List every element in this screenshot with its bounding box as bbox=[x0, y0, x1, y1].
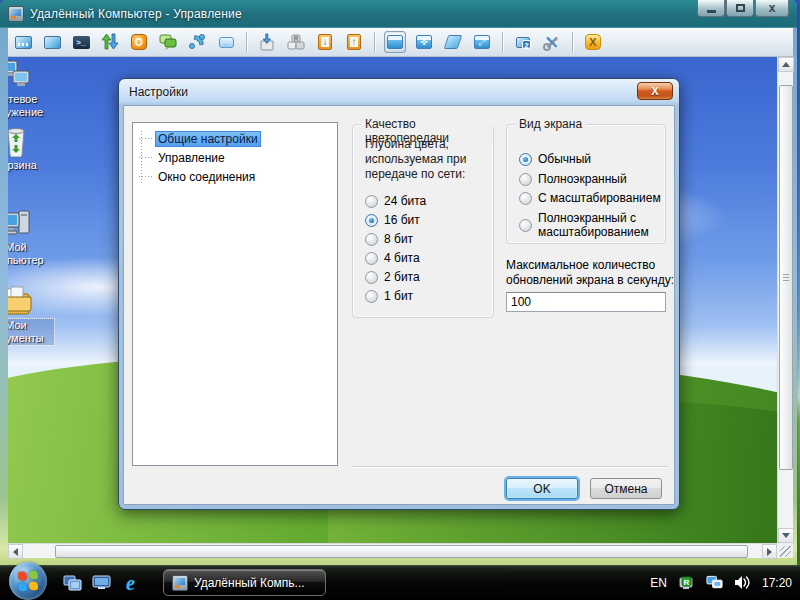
dialog-close-button[interactable]: X bbox=[637, 82, 673, 100]
desktop-icon-network[interactable]: Сетевое окружение bbox=[8, 59, 54, 119]
minimize-icon bbox=[707, 10, 716, 13]
radio-icon bbox=[519, 219, 532, 232]
toolbar-separator bbox=[246, 32, 247, 52]
toolbar: >_ O R ↓ ↑ ✜ ⤢ 2 bbox=[8, 28, 793, 57]
start-button[interactable] bbox=[9, 562, 47, 600]
dialog-titlebar[interactable]: Настройки bbox=[119, 79, 679, 105]
clipboard-copy-icon[interactable]: ↑ bbox=[343, 31, 365, 53]
send-message-icon[interactable] bbox=[215, 31, 237, 53]
quick-launch: e bbox=[62, 572, 141, 593]
recycle-bin-icon bbox=[8, 125, 33, 157]
radio-view-normal[interactable]: Обычный bbox=[519, 151, 591, 167]
window-title: Удалённый Компьютер - Управление bbox=[30, 7, 242, 21]
minimize-button[interactable] bbox=[697, 0, 725, 17]
close-icon: x bbox=[769, 2, 776, 14]
desktop-icon-label: Сетевое окружение bbox=[8, 93, 54, 119]
switch-windows-icon[interactable] bbox=[62, 572, 83, 593]
svg-text:R: R bbox=[294, 35, 299, 42]
scroll-right-icon bbox=[767, 548, 772, 556]
view-only-icon[interactable] bbox=[41, 31, 63, 53]
vertical-scroll-thumb[interactable] bbox=[779, 85, 793, 470]
file-download-icon[interactable] bbox=[256, 31, 278, 53]
radio-view-scaled[interactable]: С масштабированием bbox=[519, 190, 661, 206]
show-desktop-icon[interactable] bbox=[91, 572, 112, 593]
view-fullscreen-icon[interactable]: ⤢ bbox=[471, 31, 493, 53]
settings-dialog: Настройки X Общие настройки Управление О… bbox=[118, 78, 680, 510]
telnet-icon[interactable]: >_ bbox=[70, 31, 92, 53]
app-icon bbox=[172, 575, 188, 591]
scroll-down-button[interactable] bbox=[778, 528, 794, 543]
network-icon[interactable] bbox=[706, 575, 723, 591]
desktop-icon-my-computer[interactable]: Мой компьютер bbox=[8, 207, 54, 267]
clock[interactable]: 17:20 bbox=[762, 576, 792, 590]
toolbar-separator bbox=[502, 32, 503, 52]
toolbar-separator bbox=[374, 32, 375, 52]
desktop-icon-recycle-bin[interactable]: Корзина bbox=[8, 125, 54, 172]
scroll-up-button[interactable] bbox=[778, 57, 794, 72]
maximize-button[interactable] bbox=[726, 0, 754, 17]
text-chat-icon[interactable] bbox=[157, 31, 179, 53]
volume-icon[interactable] bbox=[734, 575, 751, 591]
desktop-icon-label: Мой компьютер bbox=[8, 241, 54, 267]
radio-16bit[interactable]: 16 бит bbox=[365, 212, 420, 228]
horizontal-scrollbar[interactable] bbox=[8, 543, 777, 558]
close-button[interactable]: x bbox=[755, 0, 789, 17]
tree-item-connection-window[interactable]: Окно соединения bbox=[139, 167, 335, 186]
radio-view-fullscreen-scaled[interactable]: Полноэкранный с масштабированием bbox=[519, 211, 659, 239]
cubes-icon[interactable]: R bbox=[285, 31, 307, 53]
tree-item-control[interactable]: Управление bbox=[139, 148, 335, 167]
horizontal-scroll-thumb[interactable] bbox=[55, 545, 748, 558]
vertical-scrollbar[interactable] bbox=[777, 57, 793, 543]
radio-4bit[interactable]: 4 бита bbox=[365, 250, 420, 266]
color-depth-description: Глубина цвета, используемая при передаче… bbox=[365, 137, 485, 182]
radmin-tray-icon[interactable]: R bbox=[678, 575, 695, 591]
radio-icon bbox=[519, 173, 532, 186]
fps-label: Максимальное количество обновлений экран… bbox=[506, 258, 676, 288]
voice-chat-icon[interactable] bbox=[186, 31, 208, 53]
radio-24bit[interactable]: 24 бита bbox=[365, 193, 426, 209]
monitors-2-icon[interactable]: 2 bbox=[512, 31, 534, 53]
file-transfer-icon[interactable] bbox=[99, 31, 121, 53]
network-neighborhood-icon bbox=[8, 59, 33, 91]
radio-1bit[interactable]: 1 бит bbox=[365, 288, 413, 304]
view-normal-icon[interactable] bbox=[384, 31, 406, 53]
scroll-left-button[interactable] bbox=[8, 544, 23, 559]
windows-logo-icon bbox=[18, 570, 38, 592]
desktop-icon-label: Мои документы bbox=[8, 319, 54, 345]
radio-icon bbox=[519, 153, 532, 166]
exit-icon[interactable]: X bbox=[582, 31, 604, 53]
radio-8bit[interactable]: 8 бит bbox=[365, 231, 413, 247]
radio-2bit[interactable]: 2 бита bbox=[365, 269, 420, 285]
resize-grip[interactable] bbox=[777, 543, 793, 558]
settings-tree[interactable]: Общие настройки Управление Окно соединен… bbox=[132, 122, 338, 466]
taskbar-button-remote-computer[interactable]: Удалённый Компь... bbox=[163, 569, 326, 596]
window-titlebar[interactable]: Удалённый Компьютер - Управление x bbox=[0, 0, 797, 28]
desktop-icon-label: Корзина bbox=[8, 159, 54, 172]
clipboard-paste-icon[interactable]: ↓ bbox=[314, 31, 336, 53]
remote-control-icon[interactable] bbox=[12, 31, 34, 53]
fps-input[interactable] bbox=[506, 292, 666, 312]
shutdown-icon[interactable]: O bbox=[128, 31, 150, 53]
ok-button[interactable]: OK bbox=[506, 478, 578, 499]
language-indicator[interactable]: EN bbox=[650, 576, 667, 590]
view-scaled-icon[interactable] bbox=[442, 31, 464, 53]
dialog-title: Настройки bbox=[129, 85, 188, 99]
settings-tools-icon[interactable] bbox=[541, 31, 563, 53]
radio-icon bbox=[365, 214, 378, 227]
scroll-right-button[interactable] bbox=[762, 544, 777, 559]
my-documents-icon bbox=[8, 285, 33, 317]
internet-explorer-icon[interactable]: e bbox=[120, 572, 141, 593]
radio-view-fullscreen[interactable]: Полноэкранный bbox=[519, 171, 627, 187]
color-quality-group: Качество цветопередачи Глубина цвета, ис… bbox=[352, 124, 494, 318]
group-title: Вид экрана bbox=[515, 117, 586, 131]
radio-icon bbox=[365, 252, 378, 265]
cancel-button[interactable]: Отмена bbox=[590, 478, 662, 499]
maximize-icon bbox=[736, 4, 745, 12]
view-stretch-icon[interactable]: ✜ bbox=[413, 31, 435, 53]
desktop-icon-my-documents[interactable]: Мои документы bbox=[8, 285, 54, 345]
radio-icon bbox=[365, 271, 378, 284]
toolbar-separator bbox=[572, 32, 573, 52]
tree-item-general[interactable]: Общие настройки bbox=[139, 129, 335, 148]
dialog-separator bbox=[352, 466, 668, 467]
taskbar: e Удалённый Компь... EN R 17:20 bbox=[0, 565, 800, 600]
